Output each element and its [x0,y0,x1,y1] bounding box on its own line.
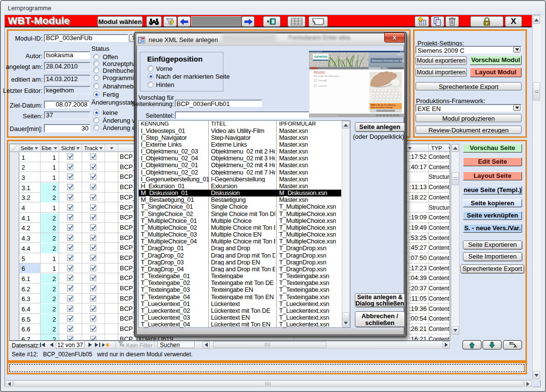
svg-text:Diskussion (Vorschau einer Sei: Diskussion (Vorschau einer Seite) [372,60,405,62]
svg-text:Lösung B: Lösung B [319,85,327,87]
svg-text:nach, interaktive Lösung!: nach, interaktive Lösung! [371,107,393,109]
svg-text:SIEMENS: SIEMENS [314,55,328,58]
svg-text:Lösung A: Lösung A [319,80,327,82]
svg-text:Diskussion: Diskussion [314,71,326,73]
svg-text:Wer werden Sie? Sonntag ist:: Wer werden Sie? Sonntag ist: [314,75,340,77]
svg-text:Wählen Sie die Text-Übelung: Wählen Sie die Text-Übelung [371,104,395,106]
